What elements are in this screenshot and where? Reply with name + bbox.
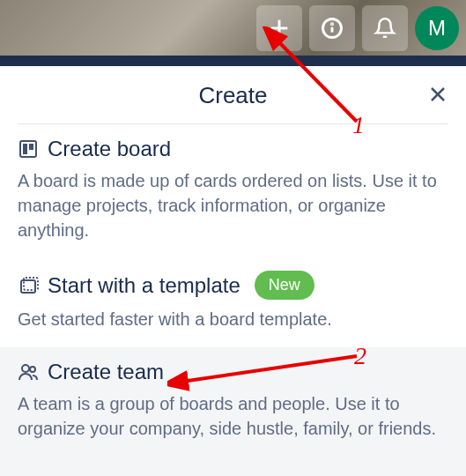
template-icon xyxy=(18,275,39,296)
option-desc: Get started faster with a board template… xyxy=(18,307,448,331)
close-button[interactable] xyxy=(424,80,452,108)
option-create-board[interactable]: Create board A board is made up of cards… xyxy=(0,124,466,258)
info-icon xyxy=(320,16,344,41)
svg-point-12 xyxy=(22,365,29,372)
option-desc: A board is made up of cards ordered on l… xyxy=(18,168,448,242)
option-title: Create team xyxy=(48,360,164,384)
topbar: M xyxy=(0,0,466,56)
header-strip xyxy=(0,56,466,66)
bell-icon xyxy=(374,17,396,40)
option-create-team[interactable]: Create team A team is a group of boards … xyxy=(0,347,466,457)
option-title: Create board xyxy=(48,137,171,161)
team-icon xyxy=(18,361,39,383)
option-title-row: Create team xyxy=(18,360,448,384)
option-desc: A team is a group of boards and people. … xyxy=(18,391,448,441)
svg-rect-8 xyxy=(23,144,27,154)
option-title: Start with a template xyxy=(48,273,240,298)
panel-title: Create xyxy=(35,82,431,109)
add-button[interactable] xyxy=(256,5,302,51)
avatar-initial: M xyxy=(428,16,446,41)
option-start-template[interactable]: Start with a template New Get started fa… xyxy=(0,258,466,347)
create-panel: Create Create board A board is made up o… xyxy=(0,66,466,457)
notifications-button[interactable] xyxy=(362,5,408,51)
close-icon xyxy=(427,84,448,105)
avatar[interactable]: M xyxy=(415,6,459,50)
svg-point-4 xyxy=(331,23,332,24)
board-icon xyxy=(18,138,39,160)
option-title-row: Start with a template New xyxy=(18,271,448,300)
svg-point-13 xyxy=(30,367,35,372)
plus-icon xyxy=(267,16,292,41)
new-badge: New xyxy=(255,271,314,300)
info-button[interactable] xyxy=(309,5,355,51)
option-title-row: Create board xyxy=(18,137,448,161)
svg-rect-9 xyxy=(29,144,33,150)
panel-header: Create xyxy=(18,66,448,124)
svg-rect-7 xyxy=(20,141,36,157)
